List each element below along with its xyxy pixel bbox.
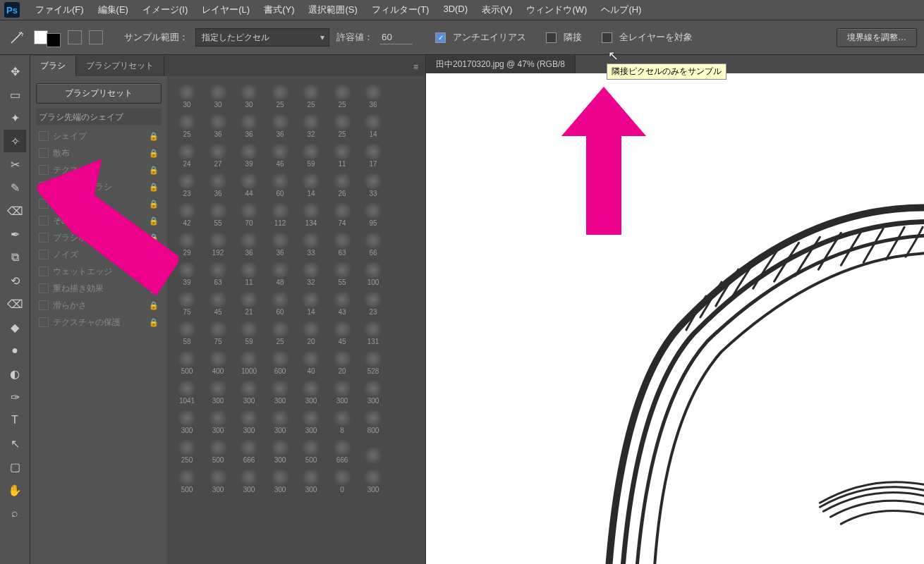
brush-thumbnail[interactable]: 66 [358,228,389,258]
gradient-tool[interactable]: ◆ [4,316,26,338]
eyedropper-tool[interactable]: ✎ [4,176,26,199]
brush-thumbnail[interactable]: 14 [296,288,327,317]
brush-thumbnail[interactable]: 134 [296,199,327,228]
brush-thumbnail[interactable]: 528 [358,347,389,376]
brush-thumbnail[interactable]: 300 [296,376,327,406]
brush-thumbnail[interactable]: 25 [327,80,358,110]
brush-thumbnail[interactable]: 25 [265,317,296,347]
hand-tool[interactable]: ✋ [4,479,26,501]
brush-thumbnail[interactable]: 40 [296,347,327,376]
brush-thumbnail[interactable]: 8 [327,406,358,436]
brush-thumbnail[interactable]: 75 [202,317,233,347]
tab-brush[interactable]: ブラシ [30,56,76,76]
brush-thumbnail[interactable]: 30 [171,80,202,110]
marquee-tool[interactable]: ▭ [4,83,26,106]
menu-item[interactable]: 書式(Y) [257,1,301,19]
brush-thumbnail[interactable]: 1000 [233,347,265,376]
brush-thumbnail[interactable]: 300 [171,406,202,436]
brush-thumbnail[interactable]: 300 [358,465,389,495]
brush-thumbnail[interactable]: 100 [358,258,389,288]
brush-thumbnail[interactable]: 60 [265,169,296,199]
brush-thumbnail[interactable]: 55 [202,199,233,228]
brush-thumbnail[interactable]: 25 [171,110,202,140]
brush-option-row[interactable]: テクスチャの保護🔒 [36,314,162,331]
tolerance-input[interactable] [380,30,413,44]
path-select-tool[interactable]: ↖ [4,432,26,455]
brush-thumbnail[interactable]: 36 [202,169,233,199]
brush-thumbnail[interactable]: 500 [296,436,327,465]
blur-tool[interactable]: ● [4,339,26,362]
mode-icon[interactable] [68,30,82,44]
refine-button[interactable]: 境界線を調整… [837,28,917,47]
brush-thumbnail[interactable]: 0 [327,465,358,495]
pen-tool[interactable]: ✑ [4,386,26,408]
brush-thumbnail[interactable]: 300 [265,376,296,406]
magic-wand-tool[interactable]: ✧ [4,130,26,152]
brush-thumbnail[interactable]: 20 [327,347,358,376]
antialias-checkbox[interactable] [435,32,446,43]
brush-thumbnail[interactable]: 500 [171,465,202,495]
brush-thumbnail[interactable]: 45 [202,288,233,317]
brush-thumbnail[interactable]: 11 [327,140,358,169]
menu-item[interactable]: フィルター(T) [365,1,437,19]
brush-grid[interactable]: 3030302525253625363636322514242739465911… [167,76,425,564]
lasso-tool[interactable]: ✦ [4,106,26,129]
crop-tool[interactable]: ✂ [4,153,26,176]
brush-thumbnail[interactable]: 300 [296,406,327,436]
brush-thumbnail[interactable]: 74 [327,199,358,228]
mode-icon-2[interactable] [89,30,103,44]
brush-thumbnail[interactable]: 300 [296,465,327,495]
sample-dropdown[interactable]: 指定したピクセル [195,28,329,47]
brush-thumbnail[interactable]: 1041 [171,376,202,406]
brush-thumbnail[interactable]: 33 [296,228,327,258]
brush-thumbnail[interactable]: 21 [233,288,265,317]
brush-thumbnail[interactable]: 45 [327,317,358,347]
menu-item[interactable]: ファイル(F) [28,1,91,19]
brush-thumbnail[interactable]: 95 [358,199,389,228]
brush-thumbnail[interactable]: 20 [296,317,327,347]
fg-bg-swatch[interactable] [34,27,61,47]
tab-brush-presets[interactable]: ブラシプリセット [76,56,164,76]
brush-thumbnail[interactable]: 300 [358,376,389,406]
document-tab[interactable]: 田中20170320.jpg @ 47% (RGB/8 [426,55,576,73]
brush-thumbnail[interactable]: 59 [296,140,327,169]
brush-thumbnail[interactable]: 44 [233,169,265,199]
brush-thumbnail[interactable]: 17 [358,140,389,169]
brush-thumbnail[interactable]: 666 [233,436,265,465]
brush-thumbnail[interactable]: 43 [327,288,358,317]
all-layers-checkbox[interactable] [602,32,612,43]
brush-thumbnail[interactable]: 59 [233,317,265,347]
brush-thumbnail[interactable]: 33 [358,169,389,199]
contiguous-checkbox[interactable] [546,32,557,43]
brush-thumbnail[interactable]: 60 [265,288,296,317]
brush-thumbnail[interactable]: 300 [233,376,265,406]
brush-thumbnail[interactable]: 300 [233,465,265,495]
menu-item[interactable]: 3D(D) [436,1,475,19]
brush-thumbnail[interactable]: 30 [202,80,233,110]
panel-menu-icon[interactable]: ≡ [406,58,425,76]
brush-thumbnail[interactable]: 25 [327,110,358,140]
brush-thumbnail[interactable]: 300 [233,406,265,436]
brush-thumbnail[interactable]: 14 [296,169,327,199]
brush-thumbnail[interactable]: 36 [358,80,389,110]
brush-thumbnail[interactable]: 500 [202,436,233,465]
brush-thumbnail[interactable]: 27 [202,140,233,169]
brush-option-row[interactable]: シェイプ🔒 [36,128,162,145]
dodge-tool[interactable]: ◐ [4,362,26,385]
brush-thumbnail[interactable]: 63 [327,228,358,258]
brush-thumbnail[interactable]: 112 [265,199,296,228]
brush-thumbnail[interactable]: 46 [265,140,296,169]
brush-thumbnail[interactable]: 192 [202,228,233,258]
menu-item[interactable]: ヘルプ(H) [594,1,648,19]
brush-thumbnail[interactable]: 23 [358,288,389,317]
brush-thumbnail[interactable]: 25 [296,80,327,110]
brush-thumbnail[interactable]: 300 [202,406,233,436]
canvas[interactable] [426,73,924,564]
brush-thumbnail[interactable]: 32 [296,258,327,288]
brush-thumbnail[interactable]: 11 [233,258,265,288]
brush-thumbnail[interactable]: 14 [358,110,389,140]
brush-thumbnail[interactable]: 30 [233,80,265,110]
brush-thumbnail[interactable]: 250 [171,436,202,465]
history-brush-tool[interactable]: ⟲ [4,269,26,292]
brush-thumbnail[interactable]: 300 [202,376,233,406]
